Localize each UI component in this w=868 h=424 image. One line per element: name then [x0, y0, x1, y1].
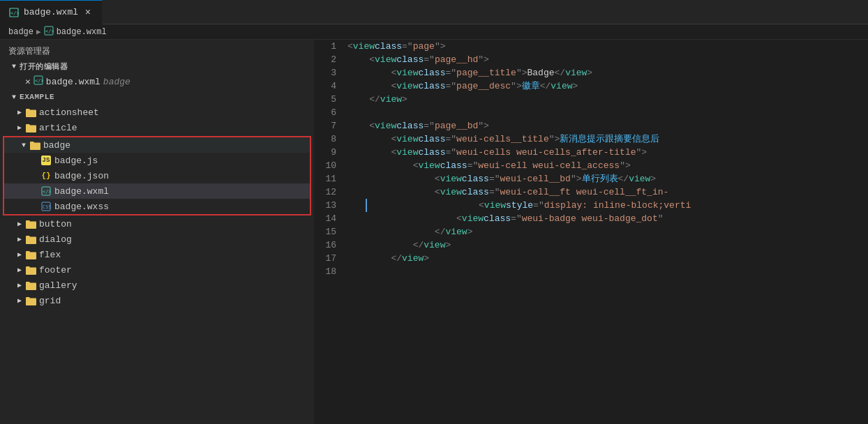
open-editors-label: 打开的编辑器 — [20, 61, 68, 72]
code-line-14: <view class="weui-badge weui-badge_dot" — [347, 212, 868, 225]
actionsheet-chevron: ▶ — [14, 107, 25, 118]
code-line-15: </view> — [347, 225, 868, 238]
wxml-tab-icon: </> — [8, 7, 20, 18]
tab-label: badge.wxml — [24, 7, 78, 17]
sidebar-item-button[interactable]: ▶ button — [0, 216, 314, 232]
open-editor-file-path: badge — [103, 77, 130, 87]
code-line-4: <view class="page__desc">徽章</view> — [347, 80, 868, 93]
footer-label: footer — [39, 265, 72, 275]
open-editor-close-icon[interactable]: ✕ — [25, 76, 31, 87]
breadcrumb-separator: ▶ — [36, 27, 41, 36]
svg-text:</>: </> — [43, 189, 51, 195]
actionsheet-folder-icon — [25, 107, 36, 118]
example-label: EXAMPLE — [20, 93, 54, 101]
gallery-chevron: ▶ — [14, 280, 25, 291]
grid-label: grid — [39, 296, 61, 306]
sidebar-item-flex[interactable]: ▶ flex — [0, 247, 314, 262]
sidebar-item-badge-js[interactable]: JS badge.js — [4, 153, 310, 168]
code-line-12: <view class="weui-cell__ft weui-cell__ft… — [347, 186, 868, 199]
tab-close-button[interactable]: × — [82, 7, 93, 18]
breadcrumb-file-icon: </> — [44, 26, 54, 38]
sidebar-title: 资源管理器 — [0, 40, 314, 59]
tab-bar: </> badge.wxml × — [0, 0, 868, 24]
sidebar-item-article[interactable]: ▶ article — [0, 120, 314, 135]
editor-area: 1 2 3 4 5 6 7 8 9 10 11 12 13 14 15 16 1… — [314, 40, 868, 424]
dialog-chevron: ▶ — [14, 234, 25, 245]
badge-wxss-label: badge.wxss — [54, 202, 109, 212]
open-editor-filename: badge.wxml — [46, 77, 100, 87]
code-line-5: </view> — [347, 93, 868, 106]
svg-text:</>: </> — [45, 29, 54, 34]
open-editor-file[interactable]: ✕ </> badge.wxml badge — [0, 74, 314, 89]
main-area: 资源管理器 ▼ 打开的编辑器 ✕ </> badge.wxml badge ▼ … — [0, 40, 868, 424]
badge-group-highlight: ▼ badge JS badge.js {} ba — [3, 136, 311, 215]
code-line-1: <view class="page"> — [347, 40, 868, 53]
sidebar-item-badge-wxss[interactable]: CSS badge.wxss — [4, 199, 310, 214]
example-chevron: ▼ — [8, 91, 20, 103]
sidebar-item-dialog[interactable]: ▶ dialog — [0, 232, 314, 247]
button-folder-icon — [25, 218, 36, 229]
svg-text:</>: </> — [35, 78, 43, 84]
code-line-8: <view class="weui-cells__title">新消息提示跟摘要… — [347, 132, 868, 146]
button-label: button — [39, 219, 72, 229]
tab-badge-wxml[interactable]: </> badge.wxml × — [0, 0, 103, 24]
code-line-6 — [347, 106, 868, 119]
svg-text:</>: </> — [10, 10, 19, 16]
open-editors-section[interactable]: ▼ 打开的编辑器 — [0, 59, 314, 74]
breadcrumb-item-file[interactable]: badge.wxml — [57, 27, 107, 37]
code-line-7: <view class="page__bd"> — [347, 119, 868, 132]
badge-label: badge — [43, 140, 70, 151]
code-line-10: <view class="weui-cell weui-cell_access"… — [347, 159, 868, 172]
sidebar-item-footer[interactable]: ▶ footer — [0, 262, 314, 278]
actionsheet-label: actionsheet — [39, 107, 99, 118]
badge-json-icon: {} — [40, 170, 52, 181]
code-line-17: </view> — [347, 252, 868, 265]
footer-chevron: ▶ — [14, 264, 25, 275]
code-line-18 — [347, 265, 868, 278]
dialog-folder-icon — [25, 234, 36, 245]
badge-wxml-icon: </> — [40, 186, 52, 197]
gallery-folder-icon — [25, 280, 36, 291]
badge-js-label: badge.js — [54, 156, 98, 166]
breadcrumb: badge ▶ </> badge.wxml — [0, 24, 868, 40]
flex-folder-icon — [25, 249, 36, 260]
article-chevron: ▶ — [14, 122, 25, 133]
svg-text:CSS: CSS — [43, 204, 51, 210]
code-line-13: <view style="display: inline-block;verti — [347, 199, 868, 212]
sidebar-item-badge[interactable]: ▼ badge — [4, 137, 310, 153]
code-line-3: <view class="page__title">Badge</view> — [347, 66, 868, 80]
grid-folder-icon — [25, 295, 36, 306]
code-content[interactable]: <view class="page"> <view class="page__h… — [347, 40, 868, 424]
dialog-label: dialog — [39, 234, 72, 245]
badge-json-label: badge.json — [54, 171, 109, 181]
grid-chevron: ▶ — [14, 295, 25, 306]
badge-wxml-label: badge.wxml — [54, 186, 109, 197]
badge-wxss-icon: CSS — [40, 201, 52, 212]
open-editors-chevron: ▼ — [8, 61, 20, 72]
open-editor-file-icon: </> — [33, 75, 43, 88]
article-label: article — [39, 123, 77, 133]
footer-folder-icon — [25, 264, 36, 275]
badge-chevron: ▼ — [18, 139, 29, 151]
code-area[interactable]: 1 2 3 4 5 6 7 8 9 10 11 12 13 14 15 16 1… — [314, 40, 868, 424]
sidebar-item-badge-json[interactable]: {} badge.json — [4, 168, 310, 183]
badge-folder-icon — [29, 139, 40, 151]
code-line-16: </view> — [347, 238, 868, 252]
breadcrumb-item-badge[interactable]: badge — [8, 27, 33, 37]
sidebar-item-actionsheet[interactable]: ▶ actionsheet — [0, 105, 314, 120]
sidebar-item-badge-wxml[interactable]: </> badge.wxml — [4, 183, 310, 199]
sidebar-item-grid[interactable]: ▶ grid — [0, 293, 314, 308]
line-numbers: 1 2 3 4 5 6 7 8 9 10 11 12 13 14 15 16 1… — [314, 40, 347, 424]
sidebar-item-gallery[interactable]: ▶ gallery — [0, 278, 314, 293]
sidebar: 资源管理器 ▼ 打开的编辑器 ✕ </> badge.wxml badge ▼ … — [0, 40, 314, 424]
example-section[interactable]: ▼ EXAMPLE — [0, 89, 314, 105]
gallery-label: gallery — [39, 280, 77, 291]
badge-js-icon: JS — [40, 155, 52, 166]
code-line-11: <view class="weui-cell__bd">单行列表</view> — [347, 172, 868, 186]
flex-label: flex — [39, 250, 61, 260]
flex-chevron: ▶ — [14, 249, 25, 260]
code-line-2: <view class="page__hd"> — [347, 53, 868, 66]
button-chevron: ▶ — [14, 218, 25, 229]
article-folder-icon — [25, 122, 36, 133]
code-line-9: <view class="weui-cells weui-cells_after… — [347, 146, 868, 159]
